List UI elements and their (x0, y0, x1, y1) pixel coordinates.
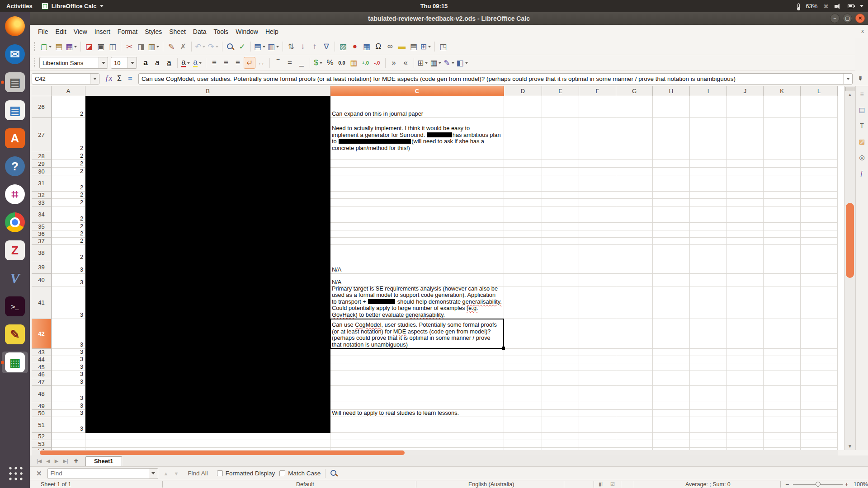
cell-E45[interactable] (542, 363, 579, 371)
row-header-44[interactable]: 44 (32, 356, 52, 363)
row-header-42[interactable]: 42 (32, 319, 52, 349)
cell-F36[interactable] (579, 230, 616, 238)
cell-A27[interactable]: 2 (52, 118, 85, 152)
cell-H39[interactable] (653, 261, 690, 274)
cell-I51[interactable] (690, 417, 727, 433)
cell-F28[interactable] (579, 152, 616, 160)
cell-C44[interactable] (330, 356, 504, 363)
libreoffice-impress-icon[interactable]: ▤ (2, 99, 28, 121)
cell-A37[interactable]: 2 (52, 238, 85, 245)
new-document-button[interactable]: ▢ (39, 41, 53, 52)
cell-J41[interactable] (727, 286, 764, 319)
clear-formatting-button[interactable]: ✗ (177, 41, 189, 52)
cell-J27[interactable] (727, 118, 764, 152)
cell-H35[interactable] (653, 223, 690, 230)
page-style[interactable]: Default (296, 481, 314, 488)
cell-J39[interactable] (727, 261, 764, 274)
row-header-50[interactable]: 50 (32, 410, 52, 417)
first-sheet-button[interactable]: |◀ (34, 458, 44, 464)
chevron-down-icon[interactable] (199, 62, 202, 64)
insert-image-button[interactable]: ▨ (337, 41, 349, 52)
cell-H38[interactable] (653, 245, 690, 261)
chevron-down-icon[interactable] (216, 46, 218, 47)
cell-F47[interactable] (579, 378, 616, 386)
cell-C34[interactable] (330, 206, 504, 223)
cell-H44[interactable] (653, 356, 690, 363)
cell-G29[interactable] (616, 160, 653, 168)
cell-C47[interactable] (330, 378, 504, 386)
cut-button[interactable]: ✂ (123, 41, 135, 52)
cell-K30[interactable] (764, 168, 801, 175)
cell-I52[interactable] (690, 433, 727, 440)
cell-D36[interactable] (504, 230, 542, 238)
cell-A49[interactable]: 3 (52, 402, 85, 410)
cell-L45[interactable] (801, 363, 838, 371)
align-right-button[interactable]: ≡ (232, 57, 244, 69)
cell-G43[interactable] (616, 349, 653, 356)
column-header-K[interactable]: K (764, 86, 801, 96)
column-header-B[interactable]: B (85, 86, 330, 96)
terminal-icon[interactable]: >_ (2, 296, 28, 317)
cell-H31[interactable] (653, 175, 690, 192)
cell-G34[interactable] (616, 206, 653, 223)
cell-G40[interactable] (616, 274, 653, 286)
gallery-icon[interactable]: ▨ (857, 136, 867, 146)
horizontal-scroll-thumb[interactable] (40, 450, 405, 455)
cell-J43[interactable] (727, 349, 764, 356)
insert-column-button[interactable]: ▥ (267, 41, 280, 52)
menu-help[interactable]: Help (262, 26, 282, 38)
cell-K51[interactable] (764, 417, 801, 433)
cell-A47[interactable]: 3 (52, 378, 85, 386)
cell-G46[interactable] (616, 371, 653, 378)
bold-button[interactable]: a (140, 57, 151, 69)
chevron-down-icon[interactable] (49, 46, 52, 47)
cell-L30[interactable] (801, 168, 838, 175)
italic-button[interactable]: a (151, 57, 163, 69)
cell-G45[interactable] (616, 363, 653, 371)
cell-E32[interactable] (542, 192, 579, 199)
number-format-button[interactable]: 0.0 (336, 57, 348, 69)
cell-C32[interactable] (330, 192, 504, 199)
cell-E50[interactable] (542, 410, 579, 417)
cell-E46[interactable] (542, 371, 579, 378)
cell-E49[interactable] (542, 402, 579, 410)
conditional-formatting-button[interactable]: ◧ (456, 57, 469, 69)
cell-F26[interactable] (579, 96, 616, 118)
cell-F50[interactable] (579, 410, 616, 417)
cell-G39[interactable] (616, 261, 653, 274)
border-color-button[interactable]: ✎ (443, 57, 455, 69)
undo-button[interactable]: ↶ (194, 41, 207, 52)
app-grid-icon[interactable] (2, 462, 28, 483)
previous-sheet-button[interactable]: ◀ (44, 458, 52, 464)
cell-L48[interactable] (801, 386, 838, 402)
freeze-panes-button[interactable]: ⊞ (420, 41, 432, 52)
sheet-tab-sheet1[interactable]: Sheet1 (85, 456, 122, 466)
cell-L50[interactable] (801, 410, 838, 417)
cell-I41[interactable] (690, 286, 727, 319)
highlight-color-button[interactable]: a (192, 57, 203, 69)
insert-comment-button[interactable]: ▬ (396, 41, 408, 52)
cell-F42[interactable] (579, 319, 616, 349)
cell-G33[interactable] (616, 199, 653, 206)
cell-K40[interactable] (764, 274, 801, 286)
align-center-button[interactable]: ≡ (220, 57, 232, 69)
vertical-scrollbar[interactable]: ▲ ▼ (844, 86, 855, 450)
row-header-37[interactable]: 37 (32, 238, 52, 245)
cell-A35[interactable]: 2 (52, 223, 85, 230)
chevron-down-icon[interactable] (320, 62, 322, 64)
cell-E27[interactable] (542, 118, 579, 152)
cell-I34[interactable] (690, 206, 727, 223)
chevron-down-icon[interactable] (156, 46, 159, 47)
cell-I29[interactable] (690, 160, 727, 168)
column-header-C[interactable]: C (330, 86, 504, 96)
firefox-icon[interactable] (2, 15, 28, 37)
cell-C33[interactable] (330, 199, 504, 206)
chevron-down-icon[interactable] (74, 46, 77, 47)
functions-icon[interactable]: ƒ (857, 168, 867, 178)
cell-K50[interactable] (764, 410, 801, 417)
cell-J42[interactable] (727, 319, 764, 349)
wrap-text-button[interactable]: ↵ (244, 57, 255, 69)
properties-icon[interactable]: ▤ (857, 105, 867, 115)
cell-F37[interactable] (579, 238, 616, 245)
cell-L38[interactable] (801, 245, 838, 261)
